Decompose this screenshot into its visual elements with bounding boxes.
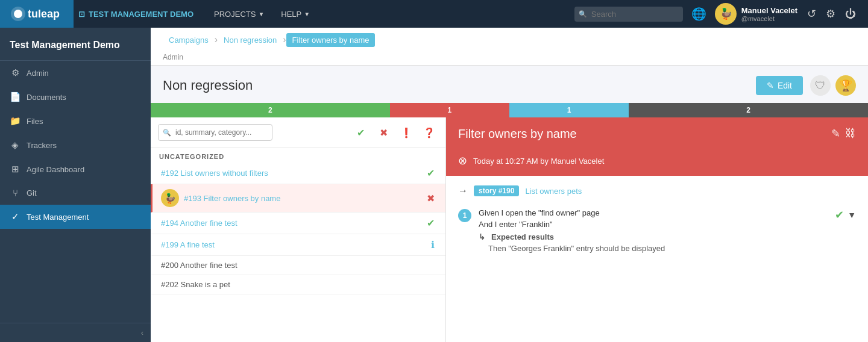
filter-failed-icon[interactable]: ✖: [374, 123, 392, 141]
test-item[interactable]: #192 List owners without filters ✔: [151, 163, 445, 184]
story-link[interactable]: List owners pets: [525, 187, 582, 196]
svg-point-1: [14, 10, 22, 18]
trophy-icon[interactable]: 🏆: [835, 75, 856, 96]
breadcrumb-campaigns[interactable]: Campaigns: [163, 33, 215, 47]
projects-caret: ▼: [258, 11, 264, 17]
trackers-icon: ◈: [10, 140, 20, 151]
test-icon: ✓: [10, 211, 20, 222]
settings-icon[interactable]: ⚙: [821, 7, 840, 20]
step-check-icon[interactable]: ✔: [835, 208, 844, 222]
right-panel-header-icons: ✎ ⛓: [831, 127, 856, 140]
sidebar-item-git[interactable]: ⑂ Git: [0, 181, 151, 205]
breadcrumb-bar: Campaigns › Non regression › Filter owne…: [151, 28, 868, 66]
edit-button[interactable]: ✎ Edit: [756, 76, 803, 95]
admin-icon: ⚙: [10, 67, 20, 78]
files-icon: 📁: [10, 116, 20, 126]
test-search-input[interactable]: [158, 124, 272, 141]
search-input[interactable]: [574, 7, 683, 22]
project-name: ⊡ TEST MANAGEMENT DEMO: [78, 10, 193, 19]
status-info-icon: ℹ: [431, 239, 435, 250]
step-dropdown-icon[interactable]: ▼: [848, 210, 856, 220]
breadcrumb-admin: Admin: [151, 52, 868, 65]
step-content: Given I open the "find owner" page And I…: [479, 208, 828, 253]
test-item[interactable]: 🦆 #193 Filter owners by name ✖: [151, 184, 445, 213]
help-menu[interactable]: HELP ▼: [272, 0, 318, 28]
breadcrumb-sep-2: ›: [283, 34, 286, 45]
documents-icon: 📄: [10, 92, 20, 102]
user-menu[interactable]: 🦆 Manuel Vacelet @mvacelet: [710, 3, 802, 25]
step-number: 1: [458, 209, 471, 222]
projects-menu[interactable]: PROJECTS ▼: [206, 0, 272, 28]
step-expected-label: Expected results: [479, 232, 828, 241]
right-panel-title: Filter owners by name: [458, 127, 577, 141]
sidebar-nav: ⚙ Admin 📄 Documents 📁 Files ◈ Trackers ⊞…: [0, 61, 151, 229]
agile-icon: ⊞: [10, 164, 20, 175]
breadcrumb-current: Filter owners by name: [286, 33, 376, 47]
sidebar: Test Management Demo ⚙ Admin 📄 Documents…: [0, 28, 151, 342]
test-item[interactable]: #199 A fine test ℹ: [151, 234, 445, 256]
test-list: #192 List owners without filters ✔ 🦆 #19…: [151, 163, 445, 342]
filter-help-icon[interactable]: ❓: [420, 123, 438, 141]
step-expected-result: Then "Georges Franklin" entry should be …: [488, 244, 828, 253]
sidebar-item-files[interactable]: 📁 Files: [0, 109, 151, 133]
test-item[interactable]: #194 Another fine test ✔: [151, 213, 445, 234]
history-icon[interactable]: ↺: [802, 7, 821, 20]
filter-passed-icon[interactable]: ✔: [351, 123, 370, 141]
sidebar-item-documents[interactable]: 📄 Documents: [0, 85, 151, 109]
status-passed-icon: ✔: [427, 167, 435, 179]
avatar-small: 🦆: [161, 189, 179, 207]
search-wrap: [574, 7, 683, 22]
content: Campaigns › Non regression › Filter owne…: [151, 28, 868, 342]
progress-notrun: 2: [629, 103, 868, 117]
right-panel-body: → story #190 List owners pets 1 Given I …: [446, 176, 868, 342]
sidebar-item-trackers[interactable]: ◈ Trackers: [0, 133, 151, 157]
page-title: Non regression: [163, 78, 253, 93]
logo[interactable]: tuleap: [0, 0, 74, 28]
right-panel-error: ⊗ Today at 10:27 AM by Manuel Vacelet: [446, 149, 868, 176]
story-badge[interactable]: story #190: [474, 185, 519, 196]
error-circle-icon: ⊗: [458, 154, 467, 167]
help-caret: ▼: [304, 11, 310, 17]
step-actions: ✔ ▼: [835, 208, 856, 222]
svg-text:tuleap: tuleap: [28, 8, 60, 20]
test-item[interactable]: #202 Snake is a pet: [151, 275, 445, 294]
step-input: And I enter "Franklin": [479, 220, 828, 229]
sidebar-collapse-button[interactable]: ‹: [0, 323, 151, 342]
story-link-row: → story #190 List owners pets: [458, 185, 856, 196]
status-failed-icon: ✖: [427, 193, 435, 204]
sidebar-item-agile[interactable]: ⊞ Agile Dashboard: [0, 157, 151, 181]
breadcrumb: Campaigns › Non regression › Filter owne…: [163, 33, 375, 47]
user-info: Manuel Vacelet @mvacelet: [741, 6, 797, 22]
topnav: tuleap ⊡ TEST MANAGEMENT DEMO PROJECTS ▼…: [0, 0, 868, 28]
project-icon: ⊡: [78, 10, 85, 19]
right-panel-header: Filter owners by name ✎ ⛓: [446, 117, 868, 149]
uncategorized-label: UNCATEGORIZED: [151, 148, 445, 163]
search-input-wrap: [158, 124, 347, 141]
power-icon[interactable]: ⏻: [840, 8, 861, 20]
breadcrumb-non-regression[interactable]: Non regression: [218, 33, 283, 47]
avatar: 🦆: [715, 3, 737, 25]
progress-passed: 2: [151, 103, 390, 117]
shield-icon[interactable]: 🛡: [810, 75, 831, 96]
filter-warning-icon[interactable]: ❗: [397, 123, 415, 141]
sidebar-item-test-management[interactable]: ✓ Test Management: [0, 205, 151, 229]
progress-failed: 1: [390, 103, 509, 117]
left-panel: ✔ ✖ ❗ ❓ UNCATEGORIZED #192 List owners w…: [151, 117, 446, 342]
sidebar-item-admin[interactable]: ⚙ Admin: [0, 61, 151, 85]
status-passed-icon: ✔: [427, 217, 435, 229]
main-layout: Test Management Demo ⚙ Admin 📄 Documents…: [0, 28, 868, 342]
git-icon: ⑂: [10, 188, 20, 198]
globe-icon[interactable]: 🌐: [688, 7, 710, 21]
step-row: 1 Given I open the "find owner" page And…: [458, 205, 856, 256]
arrow-right-icon: →: [458, 185, 468, 196]
progress-running: 1: [509, 103, 629, 117]
test-item[interactable]: #200 Another fine test: [151, 256, 445, 275]
link-icon[interactable]: ⛓: [845, 127, 856, 140]
step-action: Given I open the "find owner" page: [479, 208, 828, 217]
left-panel-toolbar: ✔ ✖ ❗ ❓: [151, 117, 445, 148]
sidebar-project-title: Test Management Demo: [0, 28, 151, 61]
page-header-icons: 🛡 🏆: [810, 75, 856, 96]
edit-icon: ✎: [767, 81, 774, 90]
edit-test-icon[interactable]: ✎: [831, 127, 840, 140]
progress-bar: 2 1 1 2: [151, 103, 868, 117]
